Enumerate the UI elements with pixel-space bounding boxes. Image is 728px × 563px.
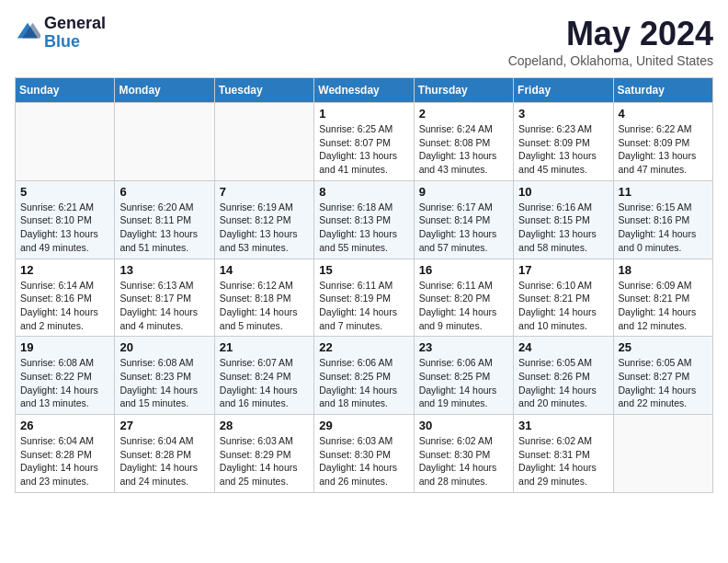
day-info: Sunrise: 6:11 AMSunset: 8:19 PMDaylight:… [319, 279, 408, 333]
calendar-cell: 30Sunrise: 6:02 AMSunset: 8:30 PMDayligh… [414, 415, 513, 493]
day-info: Sunrise: 6:03 AMSunset: 8:30 PMDaylight:… [319, 434, 408, 488]
day-info: Sunrise: 6:19 AMSunset: 8:12 PMDaylight:… [220, 201, 309, 255]
calendar-cell: 15Sunrise: 6:11 AMSunset: 8:19 PMDayligh… [314, 259, 414, 337]
calendar-cell: 23Sunrise: 6:06 AMSunset: 8:25 PMDayligh… [414, 337, 513, 415]
calendar-cell: 17Sunrise: 6:10 AMSunset: 8:21 PMDayligh… [514, 259, 613, 337]
calendar-week-row: 5Sunrise: 6:21 AMSunset: 8:10 PMDaylight… [16, 180, 713, 259]
col-wednesday: Wednesday [314, 78, 414, 103]
day-info: Sunrise: 6:07 AMSunset: 8:24 PMDaylight:… [220, 356, 309, 410]
calendar-cell: 29Sunrise: 6:03 AMSunset: 8:30 PMDayligh… [314, 415, 414, 493]
calendar-cell: 27Sunrise: 6:04 AMSunset: 8:28 PMDayligh… [115, 415, 214, 493]
calendar-week-row: 26Sunrise: 6:04 AMSunset: 8:28 PMDayligh… [16, 415, 713, 493]
day-number: 10 [518, 185, 608, 199]
day-info: Sunrise: 6:05 AMSunset: 8:27 PMDaylight:… [619, 356, 708, 410]
calendar-cell: 7Sunrise: 6:19 AMSunset: 8:12 PMDaylight… [214, 180, 313, 259]
col-sunday: Sunday [16, 78, 115, 103]
col-friday: Friday [514, 78, 613, 103]
day-number: 16 [419, 263, 508, 277]
day-info: Sunrise: 6:23 AMSunset: 8:09 PMDaylight:… [518, 122, 608, 177]
day-info: Sunrise: 6:13 AMSunset: 8:17 PMDaylight:… [119, 279, 209, 333]
col-thursday: Thursday [414, 78, 513, 103]
calendar-week-row: 1Sunrise: 6:25 AMSunset: 8:07 PMDaylight… [16, 103, 713, 181]
calendar-cell [16, 103, 115, 181]
day-number: 30 [419, 419, 508, 432]
day-info: Sunrise: 6:14 AMSunset: 8:16 PMDaylight:… [20, 279, 109, 333]
calendar-cell: 11Sunrise: 6:15 AMSunset: 8:16 PMDayligh… [613, 180, 712, 259]
day-number: 7 [220, 185, 309, 199]
calendar-cell: 13Sunrise: 6:13 AMSunset: 8:17 PMDayligh… [115, 259, 214, 337]
day-info: Sunrise: 6:24 AMSunset: 8:08 PMDaylight:… [419, 122, 508, 177]
location-subtitle: Copeland, Oklahoma, United States [508, 53, 713, 68]
calendar-cell: 16Sunrise: 6:11 AMSunset: 8:20 PMDayligh… [414, 259, 513, 337]
month-year-title: May 2024 [508, 15, 713, 53]
day-info: Sunrise: 6:02 AMSunset: 8:30 PMDaylight:… [419, 434, 508, 488]
day-info: Sunrise: 6:06 AMSunset: 8:25 PMDaylight:… [419, 356, 508, 410]
calendar-cell: 2Sunrise: 6:24 AMSunset: 8:08 PMDaylight… [414, 103, 513, 181]
calendar-cell: 12Sunrise: 6:14 AMSunset: 8:16 PMDayligh… [16, 259, 115, 337]
day-number: 15 [319, 263, 408, 277]
col-saturday: Saturday [613, 78, 712, 103]
calendar-cell [115, 103, 214, 181]
day-number: 28 [220, 419, 309, 432]
day-number: 23 [419, 340, 508, 354]
day-info: Sunrise: 6:09 AMSunset: 8:21 PMDaylight:… [619, 279, 708, 333]
calendar-week-row: 19Sunrise: 6:08 AMSunset: 8:22 PMDayligh… [16, 337, 713, 415]
day-number: 14 [220, 263, 309, 277]
calendar-cell: 31Sunrise: 6:02 AMSunset: 8:31 PMDayligh… [514, 415, 613, 493]
calendar-cell: 18Sunrise: 6:09 AMSunset: 8:21 PMDayligh… [613, 259, 712, 337]
logo-blue-text: Blue [44, 33, 106, 52]
day-number: 1 [319, 107, 408, 121]
day-info: Sunrise: 6:25 AMSunset: 8:07 PMDaylight:… [319, 122, 408, 177]
day-number: 13 [119, 263, 209, 277]
title-section: May 2024 Copeland, Oklahoma, United Stat… [508, 15, 713, 68]
calendar-cell: 22Sunrise: 6:06 AMSunset: 8:25 PMDayligh… [314, 337, 414, 415]
calendar-cell: 14Sunrise: 6:12 AMSunset: 8:18 PMDayligh… [214, 259, 313, 337]
col-monday: Monday [115, 78, 214, 103]
day-number: 5 [20, 185, 109, 199]
day-info: Sunrise: 6:02 AMSunset: 8:31 PMDaylight:… [518, 434, 608, 488]
day-number: 25 [619, 340, 708, 354]
calendar-cell: 6Sunrise: 6:20 AMSunset: 8:11 PMDaylight… [115, 180, 214, 259]
logo: General Blue [15, 15, 106, 52]
day-number: 19 [20, 340, 109, 354]
day-number: 8 [319, 185, 408, 199]
day-number: 24 [518, 340, 608, 354]
day-info: Sunrise: 6:20 AMSunset: 8:11 PMDaylight:… [119, 201, 209, 255]
day-number: 2 [419, 107, 508, 121]
day-number: 29 [319, 419, 408, 432]
logo-general-text: General [44, 15, 106, 33]
page-header: General Blue May 2024 Copeland, Oklahoma… [15, 15, 713, 68]
day-number: 11 [619, 185, 708, 199]
day-info: Sunrise: 6:03 AMSunset: 8:29 PMDaylight:… [220, 434, 309, 488]
day-info: Sunrise: 6:06 AMSunset: 8:25 PMDaylight:… [319, 356, 408, 410]
calendar-week-row: 12Sunrise: 6:14 AMSunset: 8:16 PMDayligh… [16, 259, 713, 337]
day-info: Sunrise: 6:11 AMSunset: 8:20 PMDaylight:… [419, 279, 508, 333]
day-info: Sunrise: 6:21 AMSunset: 8:10 PMDaylight:… [20, 201, 109, 255]
day-number: 18 [619, 263, 708, 277]
day-number: 21 [220, 340, 309, 354]
day-number: 20 [119, 340, 209, 354]
calendar-cell: 20Sunrise: 6:08 AMSunset: 8:23 PMDayligh… [115, 337, 214, 415]
day-number: 3 [518, 107, 608, 121]
calendar-table: Sunday Monday Tuesday Wednesday Thursday… [15, 77, 713, 493]
calendar-cell: 1Sunrise: 6:25 AMSunset: 8:07 PMDaylight… [314, 103, 414, 181]
day-number: 9 [419, 185, 508, 199]
day-info: Sunrise: 6:17 AMSunset: 8:14 PMDaylight:… [419, 201, 508, 255]
day-number: 6 [119, 185, 209, 199]
day-number: 31 [518, 419, 608, 432]
day-info: Sunrise: 6:08 AMSunset: 8:23 PMDaylight:… [119, 356, 209, 410]
day-number: 4 [619, 107, 708, 121]
day-number: 12 [20, 263, 109, 277]
day-number: 17 [518, 263, 608, 277]
day-info: Sunrise: 6:04 AMSunset: 8:28 PMDaylight:… [20, 434, 109, 488]
day-info: Sunrise: 6:18 AMSunset: 8:13 PMDaylight:… [319, 201, 408, 255]
col-tuesday: Tuesday [214, 78, 313, 103]
calendar-cell: 8Sunrise: 6:18 AMSunset: 8:13 PMDaylight… [314, 180, 414, 259]
calendar-cell [214, 103, 313, 181]
calendar-cell: 3Sunrise: 6:23 AMSunset: 8:09 PMDaylight… [514, 103, 613, 181]
calendar-cell: 5Sunrise: 6:21 AMSunset: 8:10 PMDaylight… [16, 180, 115, 259]
calendar-cell: 9Sunrise: 6:17 AMSunset: 8:14 PMDaylight… [414, 180, 513, 259]
day-info: Sunrise: 6:05 AMSunset: 8:26 PMDaylight:… [518, 356, 608, 410]
day-number: 26 [20, 419, 109, 432]
logo-text: General Blue [44, 15, 106, 52]
